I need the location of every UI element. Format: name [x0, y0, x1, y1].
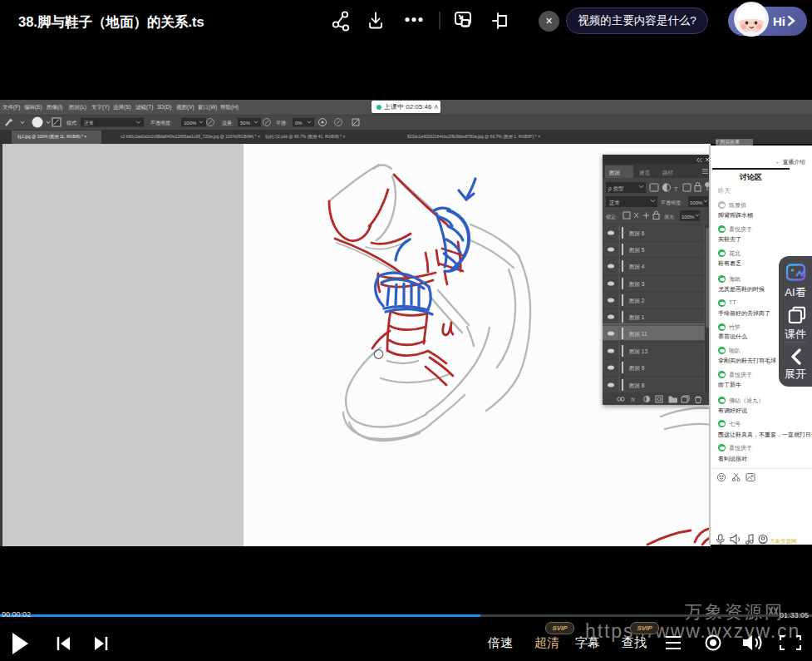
svg-text:图层: 图层 — [609, 170, 621, 175]
svg-text:图层 8: 图层 8 — [629, 382, 645, 388]
svg-text:ρ 类型: ρ 类型 — [608, 185, 624, 192]
svg-text:不透明度:: 不透明度: — [150, 120, 172, 126]
svg-text:图层 2: 图层 2 — [629, 298, 645, 303]
svg-text:正常: 正常 — [609, 200, 620, 205]
svg-text:模式:: 模式: — [66, 121, 78, 126]
svg-text:填充:: 填充: — [664, 215, 676, 220]
svg-text:图层 4: 图层 4 — [629, 264, 645, 269]
svg-text:通道: 通道 — [639, 170, 651, 175]
svg-text:正常: 正常 — [84, 121, 94, 126]
svg-text:图层 11: 图层 11 — [629, 331, 647, 337]
svg-text:图层 5: 图层 5 — [629, 247, 645, 253]
svg-text:50%: 50% — [240, 121, 251, 126]
svg-text:0%: 0% — [295, 121, 303, 126]
svg-text:平滑:: 平滑: — [276, 120, 288, 126]
svg-text:图层 9: 图层 9 — [629, 365, 645, 371]
svg-text:图层 13: 图层 13 — [629, 348, 647, 354]
svg-text:锁定:: 锁定: — [605, 214, 618, 220]
svg-text:T: T — [674, 186, 678, 192]
svg-text:100%: 100% — [690, 200, 703, 205]
svg-text:路径: 路径 — [662, 170, 674, 176]
svg-text:100%: 100% — [682, 215, 695, 220]
svg-text:流量:: 流量: — [222, 120, 234, 126]
svg-text:图层 1: 图层 1 — [629, 314, 645, 320]
svg-text:图层 6: 图层 6 — [629, 230, 645, 236]
svg-text:fx: fx — [631, 397, 636, 402]
svg-text:100%: 100% — [184, 121, 197, 126]
svg-text:图层 3: 图层 3 — [629, 281, 645, 287]
svg-text:万象资源网: 万象资源网 — [770, 538, 797, 544]
svg-text:不透明度:: 不透明度: — [661, 200, 682, 206]
